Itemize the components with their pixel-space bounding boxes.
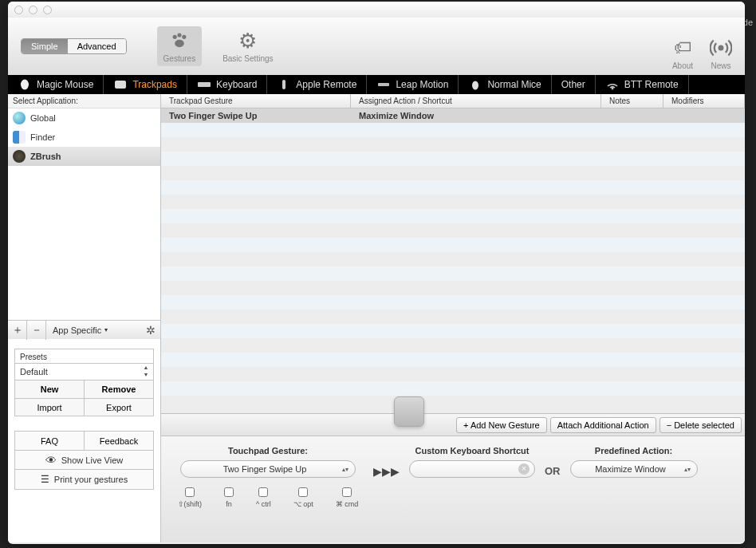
ctrl-checkbox[interactable] <box>258 487 268 497</box>
sidebar-item-global[interactable]: Global <box>8 108 160 128</box>
advanced-mode-button[interactable]: Advanced <box>68 39 126 53</box>
faq-button[interactable]: FAQ <box>15 432 85 450</box>
gesture-row[interactable] <box>161 166 745 180</box>
presets-value: Default <box>20 367 48 377</box>
sidebar-item-label: Global <box>30 113 56 123</box>
predefined-action-select[interactable]: Maximize Window ▴▾ <box>570 460 698 478</box>
app-specific-dropdown[interactable]: App Specific ▾ <box>46 325 141 335</box>
minimize-window-button[interactable] <box>29 6 37 14</box>
gesture-row[interactable] <box>161 137 745 152</box>
tag-icon: 🏷 <box>671 37 694 59</box>
sidebar-item-zbrush[interactable]: ZBrush <box>8 147 160 166</box>
col-modifiers[interactable]: Modifiers <box>663 94 745 108</box>
sidebar-item-label: Finder <box>30 132 55 142</box>
sidebar-actions: ＋ － App Specific ▾ ✲ <box>8 320 160 339</box>
shortcut-input-wrapper: × <box>409 460 535 478</box>
tab-label: Normal Mice <box>487 79 541 90</box>
remove-app-button[interactable]: － <box>27 321 46 340</box>
news-button[interactable]: News <box>710 37 732 70</box>
gesture-row[interactable] <box>161 309 745 324</box>
gesture-row[interactable] <box>161 338 745 353</box>
tab-apple-remote[interactable]: Apple Remote <box>267 75 367 94</box>
tab-label: Trackpads <box>132 79 177 90</box>
tab-normal-mice[interactable]: Normal Mice <box>459 75 551 94</box>
mouse-icon <box>468 79 482 90</box>
news-label: News <box>711 61 730 70</box>
gesture-table[interactable]: Two Finger Swipe UpMaximize Window <box>161 108 745 413</box>
tab-label: Leap Motion <box>396 79 448 90</box>
gesture-row[interactable] <box>161 324 745 338</box>
gesture-row[interactable] <box>161 252 745 266</box>
sidebar-item-finder[interactable]: Finder <box>8 128 160 147</box>
close-window-button[interactable] <box>14 6 23 14</box>
tab-magic-mouse[interactable]: Magic Mouse <box>8 75 104 94</box>
about-button[interactable]: 🏷 About <box>671 37 694 70</box>
preset-export-button[interactable]: Export <box>85 399 153 416</box>
column-headers: Trackpad Gesture Assigned Action / Short… <box>161 94 745 108</box>
device-tabstrip: Magic Mouse Trackpads Keyboard Apple Rem… <box>8 75 745 94</box>
shortcut-input[interactable] <box>421 464 517 474</box>
preset-remove-button[interactable]: Remove <box>85 380 153 398</box>
zoom-window-button[interactable] <box>43 6 52 14</box>
presets-select[interactable]: Default ▲▼ <box>15 363 153 380</box>
show-live-view-button[interactable]: 👁 Show Live View <box>15 451 153 469</box>
gesture-row[interactable]: Two Finger Swipe UpMaximize Window <box>161 108 745 123</box>
svg-rect-6 <box>115 81 126 89</box>
modifier-checkboxes: ⇧(shift) fn ^ ctrl ⌥ opt ⌘ cmd <box>178 487 359 508</box>
clear-shortcut-button[interactable]: × <box>518 463 530 475</box>
preset-import-button[interactable]: Import <box>15 399 85 416</box>
gesture-row[interactable] <box>161 180 745 195</box>
gesture-row[interactable] <box>161 209 745 223</box>
simple-mode-button[interactable]: Simple <box>22 39 68 53</box>
titlebar <box>8 2 745 18</box>
row-gesture: Two Finger Swipe Up <box>161 111 351 120</box>
gesture-row[interactable] <box>161 238 745 252</box>
tab-keyboard[interactable]: Keyboard <box>187 75 267 94</box>
zbrush-icon <box>13 150 26 163</box>
drag-handle[interactable] <box>394 396 424 427</box>
fn-checkbox[interactable] <box>224 487 234 497</box>
attach-action-button[interactable]: Attach Additional Action <box>550 417 656 433</box>
gesture-row[interactable] <box>161 295 745 309</box>
print-gestures-button[interactable]: ☰ Print your gestures <box>15 470 153 489</box>
gesture-row[interactable] <box>161 396 745 410</box>
gesture-select[interactable]: Two Finger Swipe Up ▴▾ <box>180 460 356 478</box>
sidebar-gear-button[interactable]: ✲ <box>141 324 160 337</box>
gesture-row[interactable] <box>161 353 745 367</box>
shift-checkbox[interactable] <box>185 487 195 497</box>
tab-btt-remote[interactable]: BTT Remote <box>596 75 689 94</box>
content: Select Application: Global Finder ZBrush… <box>8 94 745 542</box>
row-action: Maximize Window <box>351 111 601 120</box>
gesture-row[interactable] <box>161 123 745 137</box>
gesture-row[interactable] <box>161 367 745 381</box>
gestures-tab-button[interactable]: Gestures <box>157 26 203 66</box>
basic-settings-tab-button[interactable]: ⚙ Basic Settings <box>216 26 279 66</box>
cmd-checkbox[interactable] <box>342 487 352 497</box>
col-gesture[interactable]: Trackpad Gesture <box>161 94 351 108</box>
gesture-actions-bar: + Add New Gesture Attach Additional Acti… <box>161 413 745 436</box>
feedback-button[interactable]: Feedback <box>85 432 153 450</box>
paw-icon <box>168 30 191 52</box>
predefined-action-value: Maximize Window <box>595 464 666 474</box>
gesture-row[interactable] <box>161 223 745 238</box>
delete-gesture-button[interactable]: − Delete selected <box>660 417 742 433</box>
preset-new-button[interactable]: New <box>15 380 85 398</box>
remote-icon <box>277 79 291 90</box>
gesture-row[interactable] <box>161 281 745 295</box>
print-label: Print your gestures <box>54 475 128 484</box>
tab-leap-motion[interactable]: Leap Motion <box>367 75 459 94</box>
col-notes[interactable]: Notes <box>601 94 663 108</box>
add-app-button[interactable]: ＋ <box>8 321 27 340</box>
or-label: OR <box>545 465 561 477</box>
add-gesture-button[interactable]: + Add New Gesture <box>456 417 547 433</box>
about-label: About <box>672 61 693 70</box>
tab-other[interactable]: Other <box>552 75 596 94</box>
opt-checkbox[interactable] <box>298 487 308 497</box>
tab-trackpads[interactable]: Trackpads <box>104 75 187 94</box>
svg-rect-8 <box>282 80 285 89</box>
gesture-row[interactable] <box>161 152 745 166</box>
gesture-row[interactable] <box>161 381 745 396</box>
col-action[interactable]: Assigned Action / Shortcut <box>351 94 601 108</box>
gesture-row[interactable] <box>161 195 745 209</box>
gesture-row[interactable] <box>161 266 745 281</box>
